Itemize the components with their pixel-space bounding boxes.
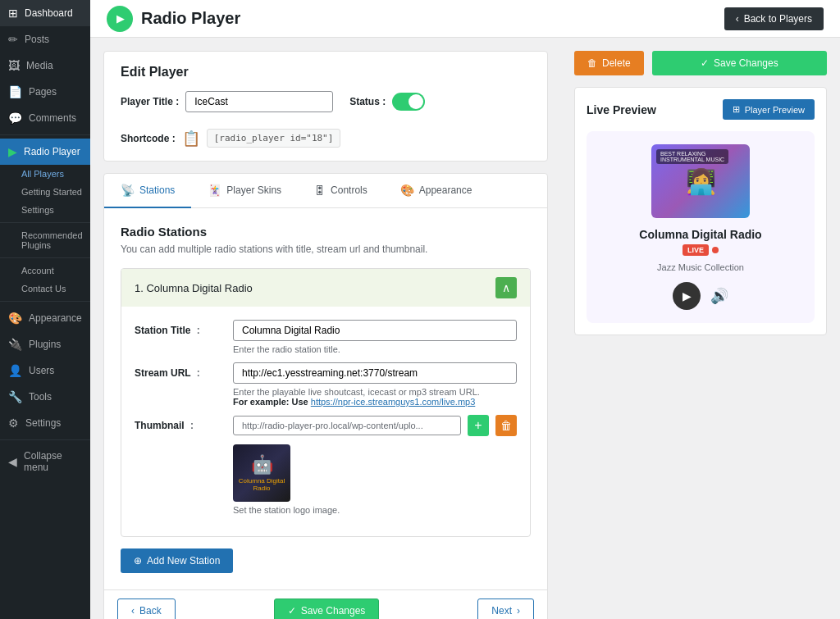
sidebar-item-appearance[interactable]: 🎨 Appearance (0, 305, 90, 331)
sidebar-item-label: Plugins (29, 339, 61, 350)
station-title-label: Station Title : (135, 320, 225, 354)
thumbnail-field: + 🗑 🤖 Columna DigitalRadio (233, 415, 517, 515)
sidebar-item-label: Media (26, 60, 53, 71)
delete-button[interactable]: 🗑 Delete (574, 51, 644, 75)
station-title-input[interactable] (233, 320, 517, 341)
player-title-group: Player Title : (121, 91, 333, 112)
bottom-nav: ‹ Back ✓ Save Changes Next › (104, 589, 547, 619)
comments-icon: 💬 (8, 112, 22, 125)
sidebar-item-settings[interactable]: ⚙ Settings (0, 410, 90, 436)
sidebar-sub-contact[interactable]: Contact Us (0, 280, 90, 298)
appearance-icon: 🎨 (8, 312, 22, 325)
volume-icon[interactable]: 🔊 (710, 287, 728, 305)
sidebar-sub-settings[interactable]: Settings (0, 201, 90, 219)
sidebar-item-dashboard[interactable]: ⊞ Dashboard (0, 0, 90, 26)
tab-stations[interactable]: 📡 Stations (104, 174, 191, 208)
upload-add-button[interactable]: + (468, 415, 489, 436)
station-title-hint: Enter the radio station title. (233, 344, 517, 354)
thumbnail-label: Thumbnail : (135, 415, 225, 515)
station-item: 1. Columna Digital Radio ∧ Station Title… (121, 268, 531, 537)
posts-icon: ✏ (8, 33, 18, 46)
stream-url-label: Stream URL : (135, 362, 225, 407)
save-label: Save Changes (714, 57, 778, 69)
stream-hint-link[interactable]: https://npr-ice.streamguys1.com/live.mp3 (311, 397, 476, 407)
back-button[interactable]: ‹ Back (117, 599, 176, 619)
trash-icon: 🗑 (587, 57, 597, 69)
save-changes-button[interactable]: ✓ Save Changes (274, 599, 380, 619)
stream-url-input[interactable] (233, 362, 517, 384)
check-icon: ✓ (701, 57, 709, 69)
album-art-badge: BEST RELAXINGINSTRUMENTAL MUSIC (656, 149, 728, 164)
station-title-field: Enter the radio station title. (233, 320, 517, 354)
sidebar-item-posts[interactable]: ✏ Posts (0, 26, 90, 52)
save-changes-button-right[interactable]: ✓ Save Changes (652, 51, 827, 75)
tab-controls-label: Controls (331, 184, 368, 196)
player-preview-button[interactable]: ⊞ Player Preview (723, 99, 815, 120)
sidebar-item-comments[interactable]: 💬 Comments (0, 105, 90, 131)
live-preview-title: Live Preview (587, 103, 656, 116)
sidebar-item-radio-player[interactable]: ▶ Radio Player (0, 139, 90, 165)
sidebar-item-tools[interactable]: 🔧 Tools (0, 384, 90, 410)
sidebar-sub-account[interactable]: Account (0, 262, 90, 280)
live-label: LIVE (682, 244, 709, 256)
tab-player-skins[interactable]: 🃏 Player Skins (191, 174, 298, 208)
sidebar-item-label: Comments (29, 112, 76, 124)
play-button[interactable]: ▶ (673, 282, 701, 310)
shortcode-label: Shortcode : (121, 133, 176, 144)
tabs-header: 📡 Stations 🃏 Player Skins 🎛 Controls 🎨 A… (104, 174, 547, 208)
back-to-players-button[interactable]: ‹ Back to Players (724, 7, 824, 30)
live-badge: LIVE (682, 244, 719, 256)
sidebar-item-pages[interactable]: 📄 Pages (0, 79, 90, 105)
action-buttons: 🗑 Delete ✓ Save Changes (574, 51, 827, 75)
tab-appearance-label: Appearance (419, 184, 472, 196)
thumbnail-preview: 🤖 Columna DigitalRadio (233, 444, 290, 502)
sidebar-item-label: Tools (29, 391, 52, 403)
back-chevron-icon: ‹ (736, 13, 739, 25)
sidebar-item-label: Appearance (29, 312, 82, 324)
tools-icon: 🔧 (8, 390, 22, 403)
next-button[interactable]: Next › (477, 599, 534, 619)
main-area: Radio Player ‹ Back to Players Edit Play… (90, 0, 840, 619)
tabs-card: 📡 Stations 🃏 Player Skins 🎛 Controls 🎨 A… (103, 173, 548, 619)
stream-url-hint: Enter the playable live shoutcast, iceca… (233, 387, 517, 407)
pages-icon: 📄 (8, 85, 22, 98)
collapse-station-button[interactable]: ∧ (495, 277, 517, 298)
collapse-label: Collapse menu (24, 450, 82, 473)
sidebar: ⊞ Dashboard ✏ Posts 🖼 Media 📄 Pages 💬 Co… (0, 0, 90, 619)
album-art: BEST RELAXINGINSTRUMENTAL MUSIC 👩‍💻 (651, 144, 750, 218)
thumbnail-row: Thumbnail : + 🗑 (135, 415, 517, 515)
sidebar-sub-recommended[interactable]: Recommended Plugins (0, 226, 90, 254)
station-body: Station Title : Enter the radio station … (121, 307, 530, 536)
status-toggle[interactable] (392, 93, 425, 111)
upload-delete-button[interactable]: 🗑 (495, 415, 517, 436)
live-dot (712, 247, 719, 253)
add-new-station-button[interactable]: ⊕ Add New Station (121, 548, 233, 573)
sidebar-item-plugins[interactable]: 🔌 Plugins (0, 331, 90, 357)
thumbnail-preview-inner: 🤖 Columna DigitalRadio (233, 444, 290, 502)
sidebar-collapse-menu[interactable]: ◀ Collapse menu (0, 444, 90, 480)
sidebar-item-label: Users (29, 365, 54, 376)
sidebar-item-users[interactable]: 👤 Users (0, 357, 90, 384)
shortcode-value[interactable]: [radio_player id="18"] (207, 129, 341, 148)
next-chevron-icon: › (517, 605, 520, 617)
player-title-input[interactable] (185, 91, 333, 112)
appearance-tab-icon: 🎨 (400, 184, 414, 197)
media-icon: 🖼 (8, 59, 20, 72)
player-widget: BEST RELAXINGINSTRUMENTAL MUSIC 👩‍💻 Colu… (587, 131, 815, 323)
sidebar-item-media[interactable]: 🖼 Media (0, 52, 90, 79)
thumbnail-url-input[interactable] (233, 416, 461, 435)
plugins-icon: 🔌 (8, 338, 22, 351)
content-area: Edit Player Player Title : Status : Shor… (90, 38, 840, 619)
tab-content-stations: Radio Stations You can add multiple radi… (104, 208, 547, 589)
next-label: Next (491, 605, 512, 617)
sidebar-item-label: Pages (29, 86, 57, 98)
sidebar-sub-all-players[interactable]: All Players (0, 165, 90, 183)
add-icon: ⊕ (134, 555, 142, 567)
add-station-label: Add New Station (147, 555, 220, 567)
sidebar-sub-getting-started[interactable]: Getting Started (0, 183, 90, 201)
check-icon: ✓ (288, 605, 296, 617)
preview-card: Live Preview ⊞ Player Preview BEST RELAX… (574, 87, 827, 335)
tab-appearance[interactable]: 🎨 Appearance (384, 174, 489, 208)
stream-url-row: Stream URL : Enter the playable live sho… (135, 362, 517, 407)
tab-controls[interactable]: 🎛 Controls (298, 174, 384, 208)
